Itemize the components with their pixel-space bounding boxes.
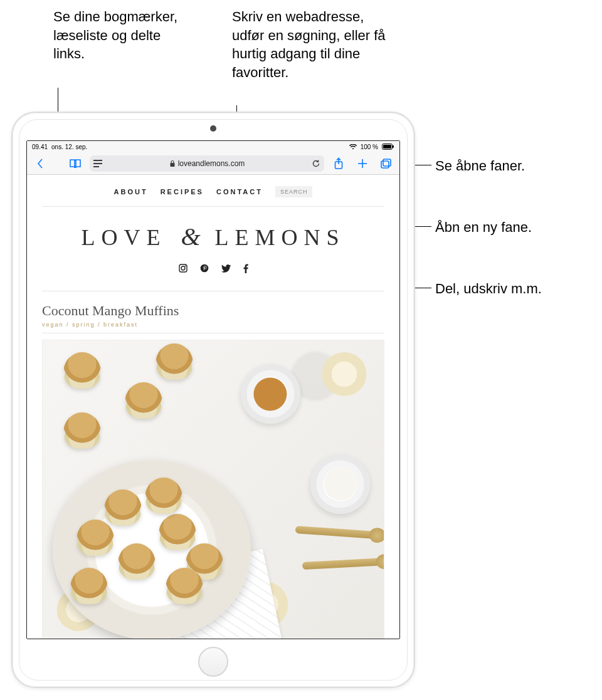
callout-tabs: Se åbne faner. <box>435 157 525 175</box>
divider <box>42 206 384 207</box>
callout-bookmarks: Se dine bogmærker, læseliste og delte li… <box>53 8 179 63</box>
divider <box>42 291 384 291</box>
bookmarks-button[interactable] <box>66 154 85 173</box>
nav-contact[interactable]: CONTACT <box>216 188 263 196</box>
logo-ampersand: & <box>178 222 203 251</box>
nav-recipes[interactable]: RECIPES <box>161 188 204 196</box>
lock-icon <box>169 160 176 167</box>
site-nav: ABOUT RECIPES CONTACT SEARCH <box>42 175 384 202</box>
svg-rect-11 <box>383 159 391 166</box>
facebook-icon[interactable] <box>243 264 248 276</box>
reader-icon[interactable] <box>93 160 102 167</box>
status-bar: 09.41 ons. 12. sep. 100 % <box>27 141 399 152</box>
webpage-content: ABOUT RECIPES CONTACT SEARCH LOVE & LEMO… <box>27 175 399 639</box>
pinterest-icon[interactable] <box>200 264 209 276</box>
callout-newtab: Åbn en ny fane. <box>435 218 532 237</box>
home-button[interactable] <box>198 647 228 677</box>
svg-rect-4 <box>93 163 102 164</box>
forward-button[interactable] <box>55 154 61 173</box>
svg-rect-3 <box>93 160 102 161</box>
new-tab-button[interactable] <box>353 154 372 173</box>
refresh-icon[interactable] <box>312 159 320 168</box>
svg-point-14 <box>181 266 185 270</box>
svg-rect-1 <box>383 145 391 149</box>
svg-rect-6 <box>170 163 174 167</box>
nav-search[interactable]: SEARCH <box>275 186 313 197</box>
share-button[interactable] <box>329 154 348 173</box>
wifi-icon <box>349 144 357 150</box>
logo-left: LOVE <box>81 225 166 250</box>
tabs-button[interactable] <box>377 154 396 173</box>
svg-rect-2 <box>393 145 394 148</box>
post-title: Coconut Mango Muffins <box>42 303 384 319</box>
twitter-icon[interactable] <box>221 264 231 276</box>
callout-share: Del, udskriv m.m. <box>435 279 542 298</box>
status-time: 09.41 <box>32 144 48 150</box>
svg-point-15 <box>184 266 186 267</box>
nav-about[interactable]: ABOUT <box>114 188 148 196</box>
status-battery-text: 100 % <box>361 144 378 150</box>
social-row <box>42 264 384 276</box>
post-meta: vegan / spring / breakfast <box>42 321 384 328</box>
post-photo <box>42 340 384 639</box>
screen: 09.41 ons. 12. sep. 100 % <box>26 140 400 639</box>
back-button[interactable] <box>31 154 50 173</box>
logo-right: LEMONS <box>215 225 346 250</box>
site-logo: LOVE & LEMONS <box>42 222 384 251</box>
status-date: ons. 12. sep. <box>51 144 87 150</box>
battery-icon <box>382 144 394 150</box>
svg-rect-5 <box>93 166 99 167</box>
address-domain: loveandlemons.com <box>178 159 245 168</box>
ipad-device: 09.41 ons. 12. sep. 100 % <box>11 112 415 688</box>
safari-toolbar: loveandlemons.com <box>27 152 399 175</box>
svg-rect-12 <box>381 161 389 168</box>
callout-address: Skriv en webadresse, udfør en søgning, e… <box>232 8 395 82</box>
divider <box>42 333 384 333</box>
camera-dot <box>210 125 216 132</box>
address-bar[interactable]: loveandlemons.com <box>90 155 324 172</box>
instagram-icon[interactable] <box>179 264 187 276</box>
